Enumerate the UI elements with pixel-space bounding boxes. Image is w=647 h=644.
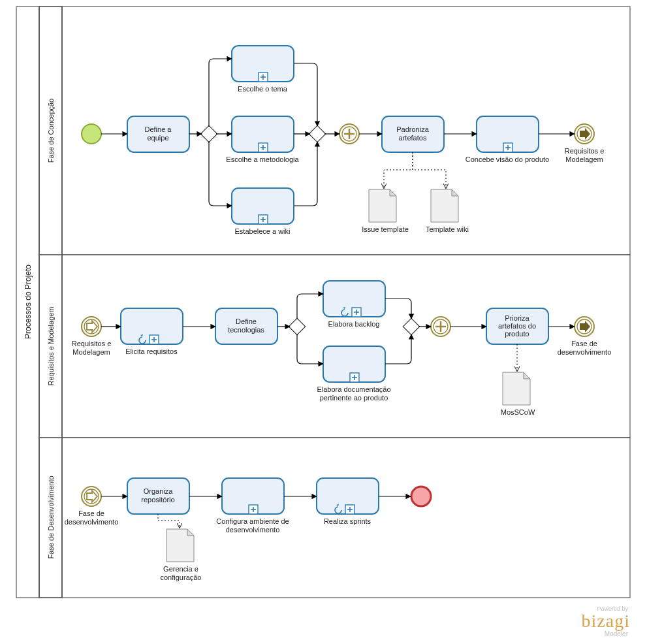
task-padroniza-artefatos: Padroniza artefatos xyxy=(382,116,444,152)
task-label: Elabora backlog xyxy=(328,320,380,328)
task-label: Estabelece a wiki xyxy=(235,227,291,235)
gateway-split-1 xyxy=(200,125,217,142)
link-throw-fase-dev: Fase de desenvolvimento xyxy=(558,317,612,356)
branding-logo: Powered by bizagi Modeler xyxy=(582,605,630,637)
artifact-label: Gerencia e xyxy=(163,565,198,573)
event-label: Modelagem xyxy=(72,348,110,356)
artifact-template-wiki: Template wiki xyxy=(426,189,469,233)
artifact-label: Issue template xyxy=(362,225,409,233)
task-label: repositório xyxy=(141,496,174,504)
task-label: Padroniza xyxy=(396,125,429,133)
task-label: pertinente ao produto xyxy=(320,394,388,402)
event-label: Requisitos e xyxy=(72,340,112,347)
intermediate-parallel-2 xyxy=(431,317,450,336)
link-catch-requisitos: Requisitos e Modelagem xyxy=(72,317,112,356)
artifact-label: configuração xyxy=(161,573,202,581)
gateway-join-2 xyxy=(403,318,419,334)
event-label: desenvolvimento xyxy=(558,348,612,356)
task-label: desenvolvimento xyxy=(226,526,280,534)
task-estabelece-wiki: Estabelece a wiki xyxy=(232,188,294,235)
link-catch-fase-dev: Fase de desenvolvimento xyxy=(65,487,119,526)
task-label: Configura ambiente de xyxy=(216,517,289,525)
artifact-gerencia: Gerencia e configuração xyxy=(161,529,202,581)
artifact-issue-template: Issue template xyxy=(362,189,409,233)
start-event xyxy=(82,124,101,144)
task-label: Elicita requisitos xyxy=(125,347,178,355)
task-label: Prioriza xyxy=(505,314,529,322)
task-label: Escolhe a metodologia xyxy=(226,155,299,163)
event-label: Modelagem xyxy=(565,155,603,163)
task-label: equipe xyxy=(147,134,168,142)
task-label: Define a xyxy=(145,125,172,133)
event-label: Requisitos e xyxy=(565,147,605,155)
task-escolhe-metodologia: Escolhe a metodologia xyxy=(226,116,299,163)
task-define-tecnologias: Define tecnologias xyxy=(215,308,277,344)
lane2-title: Requisitos e Modelagem xyxy=(47,306,55,385)
task-define-equipe: Define a equipe xyxy=(127,116,189,152)
gateway-join-1 xyxy=(309,125,325,142)
artifact-label: MosSCoW xyxy=(501,408,535,416)
end-event xyxy=(411,487,431,506)
lane1-title: Fase de Concepção xyxy=(47,99,55,163)
task-realiza-sprints: Realiza sprints xyxy=(317,478,379,525)
task-organiza-repo: Organiza repositório xyxy=(127,478,189,514)
task-label: artefatos do xyxy=(498,322,536,330)
svg-rect-41 xyxy=(289,318,305,334)
event-label: Fase de xyxy=(78,509,104,517)
task-elicita-requisitos: Elicita requisitos xyxy=(121,308,183,355)
event-label: desenvolvimento xyxy=(65,518,119,526)
svg-rect-9 xyxy=(200,125,217,142)
event-label: Fase de xyxy=(571,340,597,347)
bpmn-diagram: Processos do Projeto Fase de Concepção R… xyxy=(0,0,647,644)
branding-product: Modeler xyxy=(605,630,629,637)
link-throw-requisitos: Requisitos e Modelagem xyxy=(565,124,605,163)
branding-name: bizagi xyxy=(582,611,630,631)
task-concebe-visao: Concebe visão do produto xyxy=(466,116,549,163)
task-elabora-doc: Elabora documentação pertinente ao produ… xyxy=(317,346,390,402)
artifact-label: Template wiki xyxy=(426,225,469,233)
pool-title: Processos do Projeto xyxy=(24,265,33,339)
task-configura-ambiente: Configura ambiente de desenvolvimento xyxy=(216,478,289,534)
task-elabora-backlog: Elabora backlog xyxy=(323,281,385,328)
task-label: produto xyxy=(505,330,529,338)
task-label: artefatos xyxy=(399,134,427,142)
svg-rect-50 xyxy=(403,318,419,334)
lane3-title: Fase de Desenvolvimento xyxy=(47,475,55,558)
task-label: tecnologias xyxy=(228,326,264,334)
intermediate-parallel-1 xyxy=(339,124,359,144)
gateway-split-2 xyxy=(289,318,305,334)
task-label: Elabora documentação xyxy=(317,385,390,393)
task-escolhe-tema: Escolhe o tema xyxy=(232,46,294,93)
artifact-moscow: MosSCoW xyxy=(501,372,535,416)
task-label: Organiza xyxy=(144,487,174,495)
task-label: Escolhe o tema xyxy=(238,85,288,93)
task-prioriza-artefatos: Prioriza artefatos do produto xyxy=(486,308,548,344)
task-label: Concebe visão do produto xyxy=(466,155,549,163)
svg-rect-22 xyxy=(309,125,325,142)
task-label: Realiza sprints xyxy=(324,517,371,525)
task-label: Define xyxy=(236,317,257,325)
